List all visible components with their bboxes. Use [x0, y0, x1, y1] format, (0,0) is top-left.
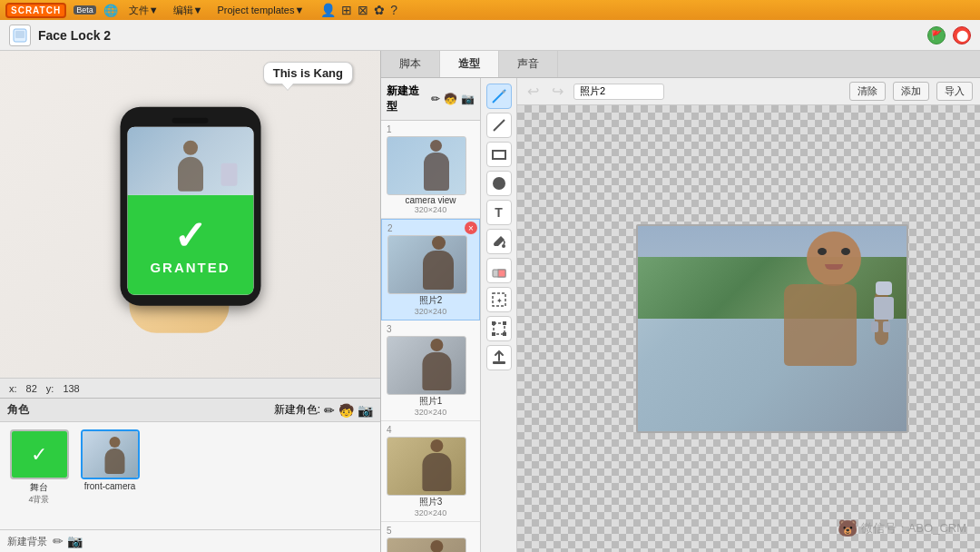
sprite-header: 角色 新建角色: ✏ 🧒 📷 [0, 399, 380, 422]
project-title: Face Lock 2 [38, 28, 920, 43]
tab-sounds[interactable]: 声音 [499, 51, 558, 77]
canvas-area[interactable]: 🐻 微信号：ABO_CRM [517, 105, 980, 552]
camera-person [103, 437, 126, 473]
costume-thumb-5 [387, 537, 466, 552]
add-button[interactable]: 添加 [893, 82, 929, 101]
right-panel: 脚本 造型 声音 新建造型 ✏ 🧒 📷 1 [381, 51, 980, 552]
tabs: 脚本 造型 声音 [381, 51, 980, 78]
costume-sublabel-3: 320×240 [387, 408, 475, 417]
costume-num-3: 3 [387, 324, 475, 334]
menu-project-templates[interactable]: Project templates▼ [213, 5, 308, 15]
costume-item-3[interactable]: 3 照片1 320×240 [381, 320, 480, 421]
svg-point-8 [502, 244, 505, 248]
tool-rectangle[interactable] [486, 142, 512, 167]
costume-list: 新建造型 ✏ 🧒 📷 1 [381, 78, 481, 552]
new-sprite-person-icon[interactable]: 🧒 [338, 403, 354, 418]
watermark-text: 微信号：ABO_CRM [861, 520, 966, 537]
granted-text: GRANTED [150, 259, 230, 274]
costume-name-input[interactable] [573, 84, 664, 100]
person-body [178, 157, 203, 192]
tool-fill[interactable] [486, 229, 512, 254]
person-in-phone [174, 141, 206, 191]
granted-screen: ✓ GRANTED [127, 195, 253, 295]
costume-sublabel-2: 320×240 [387, 307, 474, 316]
backdrop-paint-icon[interactable]: ✏ [53, 534, 64, 548]
duplicate-icon[interactable]: ⊞ [341, 3, 352, 17]
tool-transform[interactable] [486, 316, 512, 341]
stop-button[interactable]: ⬤ [953, 26, 971, 44]
svg-point-7 [493, 177, 505, 190]
sprite-label-camera: front-camera [84, 481, 136, 491]
costume-label-3: 照片1 [387, 395, 475, 408]
costume-thumb-4 [387, 437, 466, 496]
watermark-area: 🐻 微信号：ABO_CRM [838, 518, 966, 538]
main-content: ✓ GRANTED This is Kang x: 82 y: 138 [0, 51, 980, 552]
costume-num-1: 1 [387, 124, 475, 134]
thumb5-person [419, 540, 454, 552]
camera-preview [636, 224, 908, 433]
tool-text[interactable]: T [486, 200, 512, 225]
costume-num-5: 5 [387, 526, 475, 536]
sprite-panel: 角色 新建角色: ✏ 🧒 📷 ✓ 舞台 4背景 [0, 398, 380, 552]
costume-label-2: 照片2 [387, 294, 474, 307]
left-eye [818, 248, 827, 255]
costume-paint-icon[interactable]: ✏ [431, 93, 440, 105]
costume-delete-2[interactable]: × [465, 222, 477, 234]
phone-camera-top [127, 127, 253, 195]
costume-item-1[interactable]: 1 camera view 320×240 [381, 121, 480, 219]
stage-area[interactable]: ✓ GRANTED This is Kang [0, 51, 380, 378]
thumb2-person [420, 236, 456, 289]
costume-area: 新建造型 ✏ 🧒 📷 1 [381, 78, 980, 552]
flower-icon[interactable]: ✿ [374, 3, 385, 17]
fullscreen-icon[interactable]: ⊠ [358, 3, 368, 17]
tool-eraser[interactable] [486, 258, 512, 283]
import-button[interactable]: 导入 [936, 82, 973, 101]
sprite-sublabel-stage: 4背景 [28, 494, 49, 506]
costume-item-4[interactable]: 4 照片3 320×240 [381, 421, 480, 522]
menu-edit[interactable]: 编辑▼ [170, 4, 207, 17]
tab-costumes[interactable]: 造型 [440, 51, 499, 77]
svg-rect-18 [493, 361, 505, 364]
help-icon[interactable]: ? [390, 3, 397, 17]
mouth [825, 264, 843, 270]
head [807, 232, 861, 286]
tab-scripts[interactable]: 脚本 [381, 51, 440, 77]
new-sprite-paint-icon[interactable]: ✏ [324, 403, 335, 418]
costume-label-4: 照片3 [387, 496, 475, 508]
clear-button[interactable]: 清除 [849, 82, 886, 101]
backdrop-area: 新建背景 ✏ 📷 [0, 529, 380, 552]
tool-wand[interactable] [486, 84, 512, 109]
redo-button[interactable]: ↪ [549, 83, 566, 100]
costume-thumb-3 [387, 336, 466, 395]
costume-camera-icon[interactable]: 📷 [461, 93, 475, 105]
svg-rect-1 [15, 31, 24, 38]
watermark-bear-icon: 🐻 [838, 518, 858, 538]
menubar: SCRATCH Beta 🌐 文件▼ 编辑▼ Project templates… [0, 0, 980, 20]
svg-rect-15 [503, 321, 506, 325]
titlebar: Face Lock 2 🚩 ⬤ [0, 20, 980, 51]
person-icon[interactable]: 👤 [320, 3, 336, 17]
tool-marquee[interactable]: ✦ [486, 287, 512, 312]
backdrop-camera-icon[interactable]: 📷 [67, 534, 83, 548]
costume-list-header: 新建造型 ✏ 🧒 📷 [381, 78, 480, 121]
menu-file[interactable]: 文件▼ [125, 4, 162, 17]
costume-person-icon[interactable]: 🧒 [444, 93, 457, 105]
tool-line[interactable] [486, 113, 512, 138]
phone-notch [172, 118, 209, 123]
new-sprite-camera-icon[interactable]: 📷 [358, 403, 373, 418]
svg-rect-17 [503, 332, 506, 336]
costume-item-2[interactable]: × 2 照片2 320×240 [381, 219, 480, 320]
camera-preview-image [638, 226, 906, 431]
person-head [183, 141, 198, 155]
svg-line-2 [493, 92, 504, 103]
undo-button[interactable]: ↩ [524, 83, 542, 100]
tool-ellipse[interactable] [486, 171, 512, 196]
sprite-item-stage[interactable]: ✓ 舞台 4背景 [7, 429, 71, 506]
costume-tool-icons: ✏ 🧒 📷 [431, 93, 475, 105]
costume-item-5[interactable]: 5 照片4 320×240 [381, 522, 480, 552]
globe-icon[interactable]: 🌐 [103, 4, 118, 17]
sprite-item-camera[interactable]: front-camera [78, 429, 142, 491]
svg-rect-6 [493, 151, 505, 159]
green-flag-button[interactable]: 🚩 [927, 26, 946, 44]
tool-upload[interactable] [486, 345, 512, 370]
